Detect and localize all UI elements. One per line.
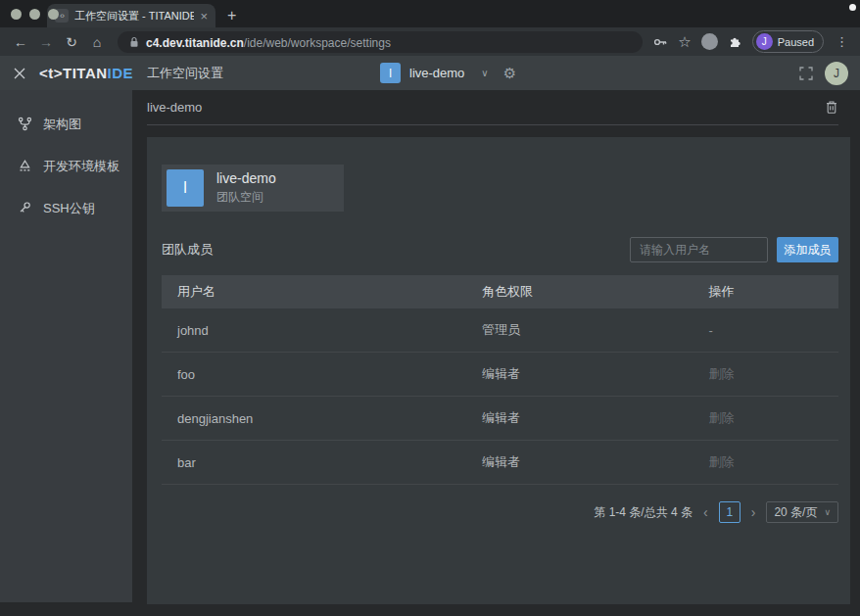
recording-status-dot [849,4,856,11]
action-cell: - [693,323,838,338]
profile-avatar: J [756,33,773,50]
browser-menu-icon[interactable]: ⋮ [834,34,850,49]
sidebar-item-ssh-key[interactable]: SSH公钥 [0,187,132,229]
delete-member-link[interactable]: 删除 [693,409,838,427]
workspace-card-type: 团队空间 [216,189,276,206]
delete-member-link[interactable]: 删除 [693,365,838,383]
page-size-value: 20 条/页 [774,504,817,521]
bookmark-star-icon[interactable]: ☆ [678,31,691,53]
role-cell: 编辑者 [466,453,693,471]
delete-workspace-trash-icon[interactable] [825,100,838,115]
header-divider [147,124,838,125]
forward-button[interactable]: → [35,31,57,53]
workspace-card-avatar: l [167,169,204,207]
sidebar: 架构图 开发环境模板 SSH公钥 [0,90,132,602]
pagination-summary: 第 1-4 条/总共 4 条 [594,504,693,521]
role-cell: 编辑者 [466,409,693,427]
browser-toolbar: ← → ↻ ⌂ c4.dev.titanide.cn/ide/web/works… [0,27,860,56]
workspace-card: l live-demo 团队空间 [162,165,344,212]
url-bar[interactable]: c4.dev.titanide.cn/ide/web/workspace/set… [118,31,643,53]
workspace-avatar: l [380,63,401,83]
url-domain: c4.dev.titanide.cn [146,36,244,50]
members-section-title: 团队成员 [162,241,213,259]
chevron-down-icon[interactable]: ∨ [481,68,488,78]
next-page-icon[interactable]: › [751,505,756,519]
new-tab-button[interactable]: + [227,7,236,24]
settings-panel: l live-demo 团队空间 团队成员 添加成员 用户名 [147,137,850,604]
profile-pill[interactable]: J Paused [752,30,824,53]
table-row: foo 编辑者 删除 [162,353,838,397]
table-header-row: 用户名 角色权限 操作 [162,275,838,308]
column-header-actions: 操作 [693,283,838,301]
pagination: 第 1-4 条/总共 4 条 ‹ 1 › 20 条/页 ∨ [162,501,838,523]
sidebar-item-label: 开发环境模板 [43,158,119,175]
workspace-area: 架构图 开发环境模板 SSH公钥 live-demo [0,90,860,616]
page-title: 工作空间设置 [147,65,223,82]
git-branch-icon [18,117,32,131]
settings-gear-icon[interactable]: ⚙ [503,66,516,80]
add-member-button[interactable]: 添加成员 [777,237,838,262]
username-cell: dengjianshen [162,411,466,426]
app-header: <t>TITANIDE 工作空间设置 l live-demo ∨ ⚙ J [0,56,860,90]
fullscreen-icon[interactable] [799,67,813,80]
page-size-select[interactable]: 20 条/页 ∨ [766,501,838,523]
profile-status-label: Paused [778,36,814,48]
chevron-down-icon: ∨ [824,507,831,517]
members-table: 用户名 角色权限 操作 johnd 管理员 - foo 编辑者 删除 [162,275,838,485]
tab-title: 工作空间设置 - TITANIDE [74,9,194,24]
column-header-username: 用户名 [162,283,466,301]
role-cell: 管理员 [466,321,693,339]
close-window-button[interactable] [11,9,22,20]
key-icon [18,201,32,215]
extension-avatar-icon[interactable] [701,33,718,50]
workspace-switcher[interactable]: l live-demo ∨ ⚙ [380,56,516,90]
username-cell: johnd [162,323,466,338]
username-cell: bar [162,455,466,470]
zoom-window-button[interactable] [48,9,59,20]
browser-tab[interactable]: ‹› 工作空间设置 - TITANIDE × [47,4,215,27]
traffic-lights [11,9,59,20]
back-button[interactable]: ← [10,31,31,53]
password-key-icon[interactable] [652,34,668,50]
sidebar-item-dev-template[interactable]: 开发环境模板 [0,145,132,187]
username-input[interactable] [630,237,768,262]
template-icon [18,159,32,173]
table-row: johnd 管理员 - [162,308,838,353]
home-button[interactable]: ⌂ [86,31,108,53]
extensions-puzzle-icon[interactable] [728,34,742,49]
tab-strip: ‹› 工作空间设置 - TITANIDE × + [0,0,860,27]
reload-button[interactable]: ↻ [61,31,82,53]
browser-window: ‹› 工作空间设置 - TITANIDE × + ← → ↻ ⌂ c4.dev.… [0,0,860,616]
sidebar-item-label: SSH公钥 [43,200,95,217]
username-cell: foo [162,367,466,382]
lock-icon [129,36,139,48]
close-workspace-icon[interactable] [14,68,25,79]
user-avatar[interactable]: J [825,62,848,85]
table-row: dengjianshen 编辑者 删除 [162,397,838,441]
delete-member-link[interactable]: 删除 [693,453,838,471]
column-header-role: 角色权限 [466,283,693,301]
minimize-window-button[interactable] [29,9,40,20]
workspace-name: live-demo [409,66,464,80]
breadcrumb: live-demo [147,100,202,115]
prev-page-icon[interactable]: ‹ [703,505,708,519]
sidebar-item-architecture[interactable]: 架构图 [0,103,132,145]
sidebar-item-label: 架构图 [43,116,81,133]
url-path: /ide/web/workspace/settings [244,36,391,50]
tab-close-icon[interactable]: × [200,9,208,24]
role-cell: 编辑者 [466,365,693,383]
titanide-logo: <t>TITANIDE [39,65,133,81]
page-number-button[interactable]: 1 [719,501,741,523]
workspace-card-name: live-demo [216,170,276,186]
table-row: bar 编辑者 删除 [162,441,838,485]
main-content: live-demo l live-demo 团队空间 [132,90,860,616]
